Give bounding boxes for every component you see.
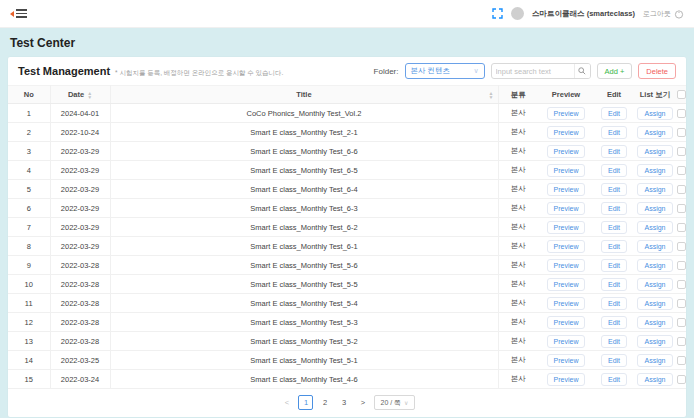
preview-button[interactable]: Preview	[547, 164, 586, 177]
header-edit: Edit	[594, 86, 634, 104]
assign-button[interactable]: Assign	[637, 240, 672, 253]
row-checkbox[interactable]	[677, 147, 686, 156]
row-checkbox[interactable]	[677, 109, 686, 118]
row-checkbox[interactable]	[677, 318, 686, 327]
preview-button[interactable]: Preview	[547, 373, 586, 386]
edit-button[interactable]: Edit	[601, 183, 627, 196]
preview-button[interactable]: Preview	[547, 316, 586, 329]
assign-button[interactable]: Assign	[637, 202, 672, 215]
pagination-page-2[interactable]: 2	[317, 395, 332, 410]
row-date: 2022-03-29	[50, 142, 110, 161]
row-title: Smart E class_Monthly Test_6-1	[110, 237, 498, 256]
assign-button[interactable]: Assign	[637, 354, 672, 367]
folder-select[interactable]: 본사 컨텐츠 ∨	[405, 63, 485, 79]
assign-button[interactable]: Assign	[637, 373, 672, 386]
assign-button[interactable]: Assign	[637, 145, 672, 158]
preview-button[interactable]: Preview	[547, 126, 586, 139]
header-date[interactable]: Date▲▼	[50, 86, 110, 104]
row-checkbox[interactable]	[677, 337, 686, 346]
preview-button[interactable]: Preview	[547, 354, 586, 367]
assign-button[interactable]: Assign	[637, 183, 672, 196]
row-checkbox[interactable]	[677, 242, 686, 251]
pagination-page-1[interactable]: 1	[298, 395, 313, 410]
row-title: Smart E class_Monthly Test_4-6	[110, 370, 498, 389]
pagination-page-3[interactable]: 3	[336, 395, 351, 410]
chevron-down-icon: ∨	[404, 399, 408, 406]
edit-button[interactable]: Edit	[601, 164, 627, 177]
row-checkbox[interactable]	[677, 280, 686, 289]
row-checkbox[interactable]	[677, 299, 686, 308]
row-date: 2022-03-25	[50, 351, 110, 370]
header-title[interactable]: Title▲▼	[110, 86, 498, 104]
row-category: 본사	[498, 294, 538, 313]
assign-button[interactable]: Assign	[637, 221, 672, 234]
pagination-next[interactable]: >	[355, 395, 370, 410]
select-all-checkbox[interactable]	[677, 90, 686, 99]
row-checkbox[interactable]	[677, 375, 686, 384]
edit-button[interactable]: Edit	[601, 240, 627, 253]
preview-button[interactable]: Preview	[547, 278, 586, 291]
assign-button[interactable]: Assign	[637, 126, 672, 139]
logout-button[interactable]: 로그아웃	[643, 9, 684, 19]
pagination-prev[interactable]: <	[279, 395, 294, 410]
table-row: 12 2022-03-28 Smart E class_Monthly Test…	[8, 313, 686, 332]
avatar[interactable]	[511, 7, 524, 20]
row-checkbox[interactable]	[677, 128, 686, 137]
preview-button[interactable]: Preview	[547, 240, 586, 253]
preview-button[interactable]: Preview	[547, 221, 586, 234]
edit-button[interactable]: Edit	[601, 202, 627, 215]
assign-button[interactable]: Assign	[637, 164, 672, 177]
edit-button[interactable]: Edit	[601, 354, 627, 367]
row-checkbox[interactable]	[677, 356, 686, 365]
edit-button[interactable]: Edit	[601, 145, 627, 158]
table-row: 7 2022-03-29 Smart E class_Monthly Test_…	[8, 218, 686, 237]
assign-button[interactable]: Assign	[637, 278, 672, 291]
assign-button[interactable]: Assign	[637, 316, 672, 329]
folder-select-value: 본사 컨텐츠	[411, 66, 451, 76]
row-checkbox[interactable]	[677, 166, 686, 175]
sort-icon[interactable]: ▲▼	[87, 91, 92, 99]
row-checkbox[interactable]	[677, 261, 686, 270]
row-title: Smart E class_Monthly Test_5-4	[110, 294, 498, 313]
test-table: No Date▲▼ Title▲▼ 분류 Preview Edit List 보…	[8, 85, 686, 389]
preview-button[interactable]: Preview	[547, 202, 586, 215]
row-checkbox[interactable]	[677, 223, 686, 232]
edit-button[interactable]: Edit	[601, 373, 627, 386]
edit-button[interactable]: Edit	[601, 259, 627, 272]
preview-button[interactable]: Preview	[547, 145, 586, 158]
preview-button[interactable]: Preview	[547, 107, 586, 120]
fullscreen-icon[interactable]	[492, 8, 503, 19]
preview-button[interactable]: Preview	[547, 335, 586, 348]
preview-button[interactable]: Preview	[547, 183, 586, 196]
add-button[interactable]: Add +	[597, 63, 633, 79]
preview-button[interactable]: Preview	[547, 259, 586, 272]
edit-button[interactable]: Edit	[601, 316, 627, 329]
search-input[interactable]	[492, 67, 574, 76]
edit-button[interactable]: Edit	[601, 297, 627, 310]
edit-button[interactable]: Edit	[601, 126, 627, 139]
row-category: 본사	[498, 256, 538, 275]
assign-button[interactable]: Assign	[637, 107, 672, 120]
assign-button[interactable]: Assign	[637, 335, 672, 348]
edit-button[interactable]: Edit	[601, 107, 627, 120]
preview-button[interactable]: Preview	[547, 297, 586, 310]
table-row: 8 2022-03-29 Smart E class_Monthly Test_…	[8, 237, 686, 256]
menu-fold-icon[interactable]	[10, 9, 27, 18]
row-date: 2024-04-01	[50, 104, 110, 123]
search-icon[interactable]	[574, 64, 590, 78]
search-box	[491, 63, 591, 79]
sort-icon[interactable]: ▲▼	[489, 91, 494, 99]
panel-toolbar: Test Management * 시험지를 등록, 배정하면 온라인으로 응시…	[8, 57, 686, 85]
assign-button[interactable]: Assign	[637, 297, 672, 310]
page-size-select[interactable]: 20 / 쪽 ∨	[374, 395, 414, 410]
row-date: 2022-03-29	[50, 218, 110, 237]
edit-button[interactable]: Edit	[601, 221, 627, 234]
header-list: List 보기	[634, 86, 676, 104]
assign-button[interactable]: Assign	[637, 259, 672, 272]
edit-button[interactable]: Edit	[601, 278, 627, 291]
edit-button[interactable]: Edit	[601, 335, 627, 348]
row-title: Smart E class_Monthly Test_5-2	[110, 332, 498, 351]
delete-button[interactable]: Delete	[638, 63, 676, 79]
row-checkbox[interactable]	[677, 204, 686, 213]
row-checkbox[interactable]	[677, 185, 686, 194]
